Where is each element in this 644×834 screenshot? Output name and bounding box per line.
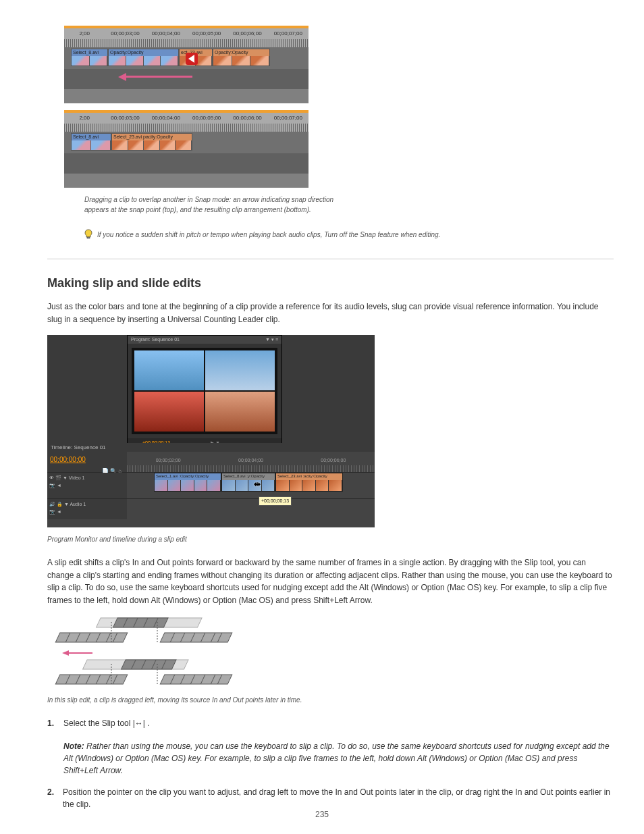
ruler-tick: 00;00;04;00 [146, 113, 186, 122]
clip-select-23-b[interactable]: Opacity:Opacity [213, 49, 270, 66]
tip-callout: If you notice a sudden shift in pitch or… [84, 227, 614, 241]
audio-track-row: 🔊 🔒 ▼ Audio 1 📷 ◄ [47, 498, 375, 519]
preview-outgoing-out [134, 350, 204, 390]
timeline-before-figure: 2;00 00;00;03;00 00;00;04;00 00;00;05;00… [64, 26, 308, 103]
step-1: 1. Select the Slip tool |↔| . [47, 717, 614, 729]
section-heading: Making slip and slide edits [47, 274, 614, 292]
clip-label: Select_8.avi :y:Opacity [222, 473, 275, 480]
drag-direction-arrow-icon [118, 74, 192, 80]
track-collapse-icons[interactable]: 📷 ◄ [49, 509, 125, 516]
clip-label: Select_1.avi :Opacity:Opacity [155, 473, 221, 480]
tip-text: If you notice a sudden shift in pitch or… [97, 231, 440, 238]
ruler-tick: 00;00;04;00 [146, 28, 186, 38]
ruler-tick: 00;00;03;00 [105, 28, 145, 38]
ruler-tick: 00;00;07;00 [268, 113, 308, 122]
track-label: Video 1 [69, 475, 85, 480]
ruler-tick: 00;00;06;00 [227, 113, 267, 122]
svg-rect-24 [122, 660, 177, 669]
slip-cursor-icon: ⇹ [254, 478, 261, 490]
preview-clip-out [205, 392, 275, 432]
clip-label: Opacity:Opacity [109, 49, 178, 56]
ruler-tick: 2;00 [64, 28, 105, 38]
time-ruler[interactable]: 00;00;02;00 00;00;04;00 00;00;06;00 [127, 452, 375, 472]
body-paragraph: Just as the color bars and tone at the b… [47, 301, 614, 325]
program-monitor: Program: Sequence 01 ▼ ▾ ≡ +00;00;00;13 … [127, 335, 282, 444]
clip-select-8[interactable]: Select_8.avi [71, 133, 111, 151]
ruler-tick: 00;00;04;00 [209, 452, 292, 465]
clip-select-8-selected[interactable]: Select_8.avi :y:Opacity [221, 473, 275, 492]
timeline-panel: Timeline: Sequence 01 00;00;00;00 📄 🔍 ⌂ … [47, 443, 375, 527]
step-2: 2. Position the pointer on the clip you … [47, 786, 614, 810]
body-paragraph: A slip edit shifts a clip's In and Out p… [47, 556, 614, 606]
preview-incoming-in [205, 350, 275, 390]
step-number: 2. [47, 786, 63, 810]
slip-direction-arrow-icon [62, 650, 92, 657]
lightbulb-icon [84, 229, 92, 240]
ruler-tick: 00;00;05;00 [186, 113, 227, 122]
track-toggle-icons[interactable]: 🔊 🔒 ▼ [49, 502, 69, 506]
note-label: Note: [63, 741, 84, 751]
ruler-tick: 2;00 [64, 113, 105, 122]
snap-indicator-icon [186, 53, 198, 65]
clip-label: Opacity:Opacity [213, 49, 269, 56]
program-monitor-sequence-figure: Program: Sequence 01 ▼ ▾ ≡ +00;00;00;13 … [47, 335, 375, 527]
ruler-tick: 00;00;02;00 [127, 452, 209, 465]
step-text: Position the pointer on the clip you wan… [63, 786, 614, 810]
ruler-tick: 00;00;06;00 [292, 452, 375, 465]
clip-select-23[interactable]: Select_23.avi :acity:Opacity [275, 473, 343, 492]
page-number: 235 [0, 808, 644, 820]
slip-tool-icon: |↔| [133, 719, 145, 728]
clip-label: Select_23.avi :acity:Opacity [276, 473, 342, 480]
ruler-tick: 00;00;07;00 [268, 28, 308, 38]
program-monitor-title: Program: Sequence 01 [131, 336, 180, 344]
svg-rect-2 [113, 618, 169, 627]
svg-rect-0 [87, 237, 90, 238]
figure-caption: Dragging a clip to overlap another in Sn… [84, 194, 354, 215]
preview-clip-in [134, 392, 204, 432]
step-number: 1. [47, 717, 63, 729]
step-text: Select the Slip tool [63, 719, 133, 728]
timeline-after-figure: 2;00 00;00;03;00 00;00;04;00 00;00;05;00… [64, 110, 308, 188]
sequence-tab[interactable]: Timeline: Sequence 01 [47, 443, 375, 452]
timeline-ruler: 2;00 00;00;03;00 00;00;04;00 00;00;05;00… [64, 28, 308, 47]
clip-select-1[interactable]: Select_1.avi :Opacity:Opacity [154, 473, 221, 492]
figure-caption: Program Monitor and timeline during a sl… [47, 534, 317, 544]
current-time-display[interactable]: 00;00;00;00 [50, 454, 124, 465]
clip-select-8[interactable]: Select_8.avi [71, 49, 108, 66]
clip-label: Select_8.avi [72, 134, 111, 140]
track-toggle-icons[interactable]: 👁 🎬 ▼ [49, 475, 68, 480]
note-callout: Note: Rather than using the mouse, you c… [63, 740, 614, 777]
timeline-ruler: 2;00 00;00;03;00 00;00;04;00 00;00;05;00… [64, 113, 308, 132]
slip-edit-schematic [47, 617, 236, 688]
ruler-tick: 00;00;05;00 [186, 28, 227, 38]
four-up-preview [132, 348, 277, 434]
ruler-tick: 00;00;06;00 [227, 28, 267, 38]
clip-select-8-b[interactable]: Opacity:Opacity [108, 49, 179, 66]
video-track-row: 👁 🎬 ▼ Video 1 📷 ◄ Select_1.avi :Opacity:… [47, 472, 375, 498]
clip-label: Select_8.avi [72, 49, 107, 56]
figure-caption: In this slip edit, a clip is dragged lef… [47, 695, 317, 705]
track-label: Audio 1 [70, 502, 86, 506]
ruler-tick: 00;00;03;00 [105, 113, 145, 122]
clip-select-23[interactable]: Select_23.avi pacity:Opacity [111, 133, 192, 151]
video-track: Select_8.avi Select_23.avi pacity:Opacit… [64, 132, 308, 153]
section-divider [47, 259, 614, 259]
panel-menu-icon[interactable]: ▼ ▾ ≡ [265, 336, 278, 344]
track-collapse-icons[interactable]: 📷 ◄ [49, 482, 125, 490]
note-body: Rather than using the mouse, you can use… [63, 741, 610, 775]
